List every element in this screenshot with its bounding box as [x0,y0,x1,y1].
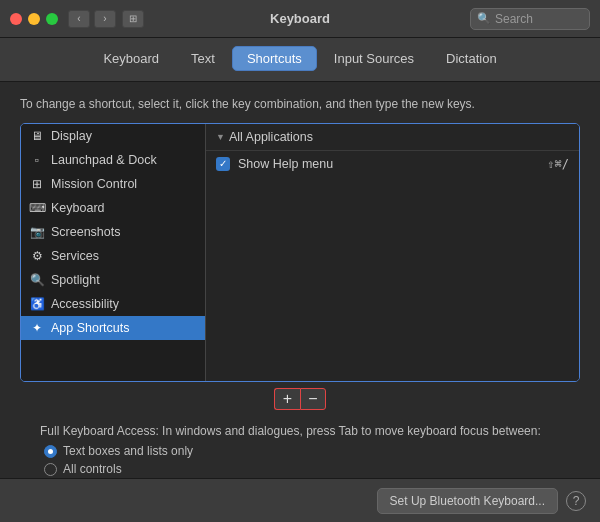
sidebar-item-launchpad[interactable]: ▫ Launchpad & Dock [21,148,205,172]
tab-text[interactable]: Text [176,46,230,71]
sidebar-item-screenshots[interactable]: 📷 Screenshots [21,220,205,244]
right-panel: ▼ All Applications ✓ Show Help menu ⇧⌘/ [206,124,579,381]
fka-title: Full Keyboard Access: In windows and dia… [40,424,560,438]
tabbar: Keyboard Text Shortcuts Input Sources Di… [0,38,600,82]
accessibility-icon: ♿ [29,296,45,312]
spotlight-icon: 🔍 [29,272,45,288]
bottom-controls: + − [20,382,580,414]
sidebar-item-label: Display [51,129,197,143]
search-icon: 🔍 [477,12,491,25]
fka-option-all-controls[interactable]: All controls [40,462,560,476]
launchpad-icon: ▫ [29,152,45,168]
sidebar-item-label: Screenshots [51,225,197,239]
right-panel-header: ▼ All Applications [206,124,579,151]
sidebar-item-app-shortcuts[interactable]: ✦ App Shortcuts [21,316,205,340]
forward-button[interactable]: › [94,10,116,28]
sidebar-item-label: Spotlight [51,273,197,287]
search-placeholder: Search [495,12,533,26]
main-content: To change a shortcut, select it, click t… [0,82,600,514]
radio-all-controls[interactable] [44,463,57,476]
sidebar-item-accessibility[interactable]: ♿ Accessibility [21,292,205,316]
radio-text-boxes[interactable] [44,445,57,458]
sidebar-item-label: Mission Control [51,177,197,191]
fka-option-label: Text boxes and lists only [63,444,193,458]
nav-buttons: ‹ › [68,10,116,28]
grid-button[interactable]: ⊞ [122,10,144,28]
shortcut-badge: ⇧⌘/ [547,157,569,171]
remove-shortcut-button[interactable]: − [300,388,326,410]
screenshots-icon: 📷 [29,224,45,240]
help-button[interactable]: ? [566,491,586,511]
minimize-button[interactable] [28,13,40,25]
tab-input-sources[interactable]: Input Sources [319,46,429,71]
mission-control-icon: ⊞ [29,176,45,192]
maximize-button[interactable] [46,13,58,25]
sidebar-item-label: Accessibility [51,297,197,311]
shortcut-label: Show Help menu [238,157,539,171]
fka-option-label: All controls [63,462,122,476]
sidebar-item-keyboard[interactable]: ⌨ Keyboard [21,196,205,220]
checkbox-show-help[interactable]: ✓ [216,157,230,171]
shortcut-item-show-help[interactable]: ✓ Show Help menu ⇧⌘/ [206,151,579,177]
sidebar-item-label: Launchpad & Dock [51,153,197,167]
tab-dictation[interactable]: Dictation [431,46,512,71]
app-shortcuts-icon: ✦ [29,320,45,336]
keyboard-icon: ⌨ [29,200,45,216]
display-icon: 🖥 [29,128,45,144]
left-panel: 🖥 Display ▫ Launchpad & Dock ⊞ Mission C… [21,124,206,381]
sidebar-item-label: Services [51,249,197,263]
sidebar-item-label: App Shortcuts [51,321,197,335]
tab-shortcuts[interactable]: Shortcuts [232,46,317,71]
content-columns: 🖥 Display ▫ Launchpad & Dock ⊞ Mission C… [20,123,580,382]
setup-bluetooth-button[interactable]: Set Up Bluetooth Keyboard... [377,488,558,514]
traffic-lights [10,13,58,25]
fka-option-text-boxes[interactable]: Text boxes and lists only [40,444,560,458]
close-button[interactable] [10,13,22,25]
add-shortcut-button[interactable]: + [274,388,300,410]
right-panel-title: All Applications [229,130,313,144]
footer: Set Up Bluetooth Keyboard... ? [0,478,600,522]
window-title: Keyboard [270,11,330,26]
services-icon: ⚙ [29,248,45,264]
search-box[interactable]: 🔍 Search [470,8,590,30]
sidebar-item-services[interactable]: ⚙ Services [21,244,205,268]
titlebar: ‹ › ⊞ Keyboard 🔍 Search [0,0,600,38]
instruction-text: To change a shortcut, select it, click t… [20,96,580,113]
sidebar-item-mission-control[interactable]: ⊞ Mission Control [21,172,205,196]
expand-icon: ▼ [216,132,225,142]
sidebar-item-display[interactable]: 🖥 Display [21,124,205,148]
back-button[interactable]: ‹ [68,10,90,28]
sidebar-item-label: Keyboard [51,201,197,215]
sidebar-item-spotlight[interactable]: 🔍 Spotlight [21,268,205,292]
tab-keyboard[interactable]: Keyboard [88,46,174,71]
